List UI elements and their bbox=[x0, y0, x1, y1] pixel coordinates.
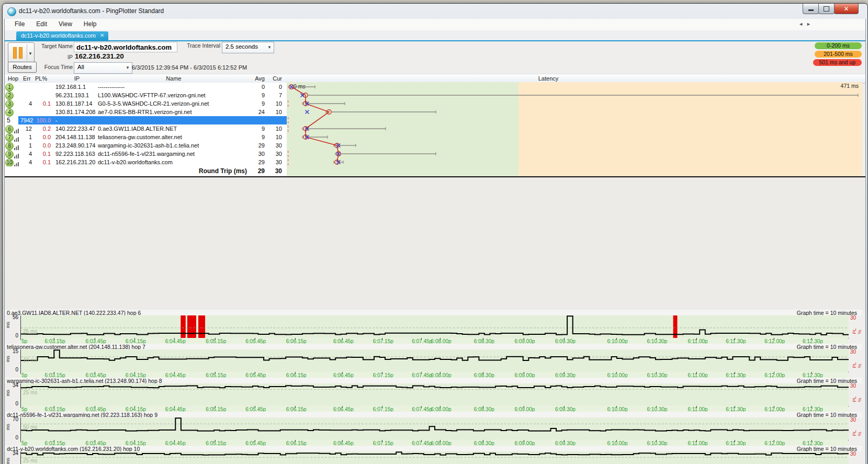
graph-plot-area[interactable]: 25 ms bbox=[20, 451, 849, 464]
graph-plot-area[interactable]: 25 ms bbox=[20, 315, 849, 338]
nav-forward-icon[interactable]: ► bbox=[806, 21, 814, 27]
y-axis-unit: ms bbox=[5, 356, 10, 362]
hop-name: dc11-n5596-fe-1-vl231.wargaming.net bbox=[98, 150, 195, 158]
table-row-hop-7[interactable]: 710.0204.148.11.138teliasonera-gw.custom… bbox=[5, 133, 287, 141]
table-row-hop-6[interactable]: 6120.2140.222.233.470.ae3.GW11.IAD8.ALTE… bbox=[5, 125, 287, 133]
midline-label: 25 ms bbox=[23, 390, 37, 395]
table-row-hop-2[interactable]: 296.231.193.1L100.WASHDC-VFTTP-67.verizo… bbox=[5, 91, 287, 99]
maximize-button[interactable] bbox=[818, 4, 835, 14]
time-tick bbox=[20, 406, 21, 408]
pl-axis-label: PL % bbox=[852, 357, 862, 368]
latency-trace-graph[interactable] bbox=[287, 82, 862, 176]
hop-name: L100.WASHDC-VFTTP-67.verizon-gni.net bbox=[98, 91, 206, 99]
pl-axis-max: 30 bbox=[850, 383, 856, 389]
cur-latency: 10 bbox=[266, 108, 282, 116]
col-err[interactable]: Err bbox=[23, 75, 31, 82]
maximize-icon bbox=[824, 6, 829, 12]
col-cur[interactable]: Cur bbox=[266, 75, 282, 82]
time-axis: 5p6:03.15p6:03.45p6:04.15p6:04.45p6:05.1… bbox=[20, 338, 848, 344]
table-row-hop-1[interactable]: 1192.168.1.1--------------00 bbox=[5, 83, 287, 91]
ip-label: IP bbox=[57, 54, 73, 60]
pl-axis-max: 30 bbox=[850, 451, 856, 457]
hop-number-badge: 9 bbox=[5, 150, 14, 159]
err-count: 4 bbox=[20, 99, 32, 108]
packet-loss-pct: 0.0 bbox=[34, 141, 51, 150]
hop-9-timeline-panel[interactable]: dc11-n5596-fe-1-vl231.wargaming.net (92.… bbox=[5, 412, 862, 446]
focus-time-range: 6/3/2015 12:39:54 PM - 6/3/2015 6:12:52 … bbox=[132, 64, 247, 71]
hop-6-timeline-panel[interactable]: 0.ae3.GW11.IAD8.ALTER.NET (140.222.233.4… bbox=[5, 310, 862, 344]
hop-number-badge: 3 bbox=[5, 100, 14, 108]
round-trip-label: Round Trip (ms) bbox=[156, 167, 247, 175]
graph-plot-area[interactable]: 25 ms bbox=[20, 383, 849, 406]
pause-dropdown-icon[interactable]: ▼ bbox=[28, 51, 32, 56]
round-trip-avg: 29 bbox=[235, 167, 265, 175]
col-latency[interactable]: Latency bbox=[287, 75, 810, 82]
target-name-label: Target Name bbox=[26, 43, 73, 49]
close-button[interactable]: ✕ bbox=[834, 4, 859, 14]
cur-latency bbox=[266, 116, 282, 125]
table-row-hop-4[interactable]: 4130.81.174.208ae7-0.RES-BB-RTR1.verizon… bbox=[5, 108, 287, 116]
cur-latency: 30 bbox=[266, 150, 282, 158]
packet-loss-pct bbox=[34, 108, 51, 116]
tab-close-icon[interactable]: ✕ bbox=[100, 32, 104, 41]
col-ip[interactable]: IP bbox=[55, 75, 98, 82]
col-name[interactable]: Name bbox=[98, 75, 250, 82]
pl-axis-label: PL % bbox=[852, 425, 862, 436]
menu-item-file[interactable]: File bbox=[9, 19, 30, 30]
cur-latency: 0 bbox=[266, 83, 282, 91]
menu-item-view[interactable]: View bbox=[53, 19, 78, 30]
avg-latency: 29 bbox=[235, 158, 265, 166]
packet-loss-pct: 0.0 bbox=[34, 133, 51, 141]
window-body: FileEditViewHelp ◄► dc11-v-b20.worldofta… bbox=[4, 19, 866, 464]
packet-loss-pct: 0.1 bbox=[34, 158, 51, 166]
table-row-hop-9[interactable]: 940.192.223.118.163dc11-n5596-fe-1-vl231… bbox=[5, 150, 287, 158]
routes-button[interactable]: Routes bbox=[8, 62, 37, 73]
table-row-hop-10[interactable]: 1040.1162.216.231.20dc11-v-b20.worldofta… bbox=[5, 158, 287, 166]
window-title: dc11-v-b20.worldoftanks.com - PingPlotte… bbox=[19, 7, 164, 15]
hop-name: dc11-v-b20.worldoftanks.com bbox=[98, 158, 173, 166]
menu-item-edit[interactable]: Edit bbox=[30, 19, 53, 30]
trace-interval-select[interactable]: 2.5 seconds ▼ bbox=[222, 42, 274, 53]
col-avg[interactable]: Avg bbox=[235, 75, 265, 82]
y-axis-unit: ms bbox=[5, 322, 10, 328]
time-tick bbox=[20, 440, 21, 442]
menu-item-help[interactable]: Help bbox=[78, 19, 103, 30]
graph-header: teliasonera-gw.customer.alter.net (204.1… bbox=[5, 344, 862, 349]
minimize-button[interactable] bbox=[803, 4, 819, 14]
graph-plot-area[interactable]: 10 ms bbox=[20, 349, 849, 372]
hop-number: 5 bbox=[7, 116, 10, 125]
col-pl[interactable]: PL% bbox=[35, 75, 47, 82]
latency-legend: 0-200 ms201-500 ms501 ms and up bbox=[813, 42, 862, 66]
hop-ip: - bbox=[55, 116, 58, 125]
hop-10-timeline-panel[interactable]: dc11-v-b20.worldoftanks.com (162.216.231… bbox=[5, 446, 862, 464]
time-tick bbox=[20, 338, 21, 340]
avg-latency: 9 bbox=[235, 133, 265, 141]
history-nav-arrows[interactable]: ◄► bbox=[798, 21, 814, 27]
toolbar: ▼ Routes Target Name IP 162.216.231.20 T… bbox=[5, 41, 865, 74]
err-count: 1 bbox=[20, 141, 32, 150]
err-count bbox=[20, 83, 32, 91]
table-row-hop-5[interactable]: 57942100.0- bbox=[5, 116, 287, 125]
col-hop[interactable]: Hop bbox=[8, 75, 18, 82]
avg-latency bbox=[235, 116, 265, 125]
hop-name: ae7-0.RES-BB-RTR1.verizon-gni.net bbox=[98, 108, 192, 116]
nav-back-icon[interactable]: ◄ bbox=[798, 21, 806, 27]
cur-latency: 7 bbox=[266, 91, 282, 99]
chevron-down-icon: ▼ bbox=[126, 65, 130, 70]
title-bar[interactable]: dc11-v-b20.worldoftanks.com - PingPlotte… bbox=[4, 4, 866, 19]
table-row-hop-3[interactable]: 340.1130.81.187.14G0-5-3-5.WASHDC-LCR-21… bbox=[5, 99, 287, 108]
packet-loss-pct: 0.1 bbox=[34, 99, 51, 108]
y-axis-max: 56 bbox=[8, 314, 18, 320]
chevron-down-icon: ▼ bbox=[267, 45, 272, 50]
hop-7-timeline-panel[interactable]: teliasonera-gw.customer.alter.net (204.1… bbox=[5, 344, 862, 378]
table-row-hop-8[interactable]: 810.0213.248.90.174wargaming-ic-302631-a… bbox=[5, 141, 287, 150]
y-axis-min: 0 bbox=[8, 367, 18, 372]
target-name-input[interactable] bbox=[74, 42, 177, 52]
focus-time-select[interactable]: All ▼ bbox=[74, 62, 132, 74]
tab-target[interactable]: dc11-v-b20.worldoftanks.com ✕ bbox=[16, 31, 108, 41]
graph-plot-area[interactable]: 50 ms bbox=[20, 417, 849, 440]
tab-strip: dc11-v-b20.worldoftanks.com ✕ bbox=[5, 30, 865, 41]
hop-8-timeline-panel[interactable]: wargaming-ic-302631-ash-b1.c.telia.net (… bbox=[5, 378, 862, 412]
err-count bbox=[20, 91, 32, 99]
packet-loss-pct bbox=[34, 83, 51, 91]
